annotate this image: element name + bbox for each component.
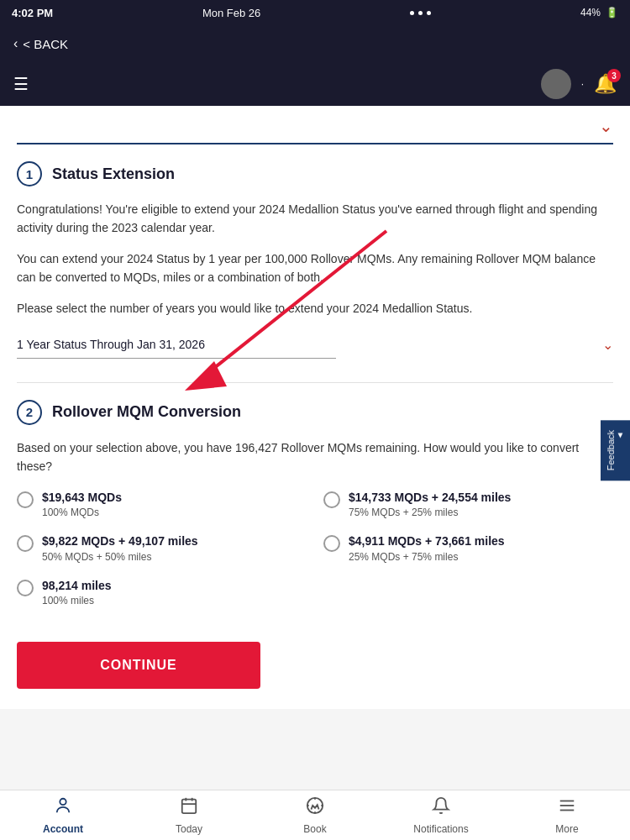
nav-book-label: Book (303, 823, 326, 835)
section1-number: 1 (17, 161, 42, 186)
avatar[interactable] (541, 69, 571, 99)
nav-more[interactable]: More (504, 790, 630, 840)
section1-header: 1 Status Extension (17, 161, 613, 186)
status-dots (410, 11, 431, 15)
radio-label-1: $19,643 MQDs 100% MQDs (42, 490, 122, 520)
radio-circle-5[interactable] (17, 580, 34, 596)
radio-label-4: $4,911 MQDs + 73,661 miles 25% MQDs + 75… (349, 533, 505, 564)
main-content: ⌄ 1 Status Extension Congratulations! Yo… (0, 106, 630, 709)
radio-circle-4[interactable] (323, 535, 340, 552)
radio-circle-3[interactable] (17, 535, 34, 552)
section1-para1: Congratulations! You're eligible to exte… (17, 200, 613, 238)
section-status-extension: 1 Status Extension Congratulations! You'… (0, 144, 630, 382)
radio-option-3[interactable]: $9,822 MQDs + 49,107 miles 50% MQDs + 50… (17, 533, 307, 564)
expand-chevron-icon: ⌄ (599, 116, 613, 136)
dropdown-chevron-icon: ⌄ (602, 337, 613, 353)
radio-main-5: 98,214 miles (42, 578, 112, 595)
notification-bell-container[interactable]: 🔔 3 (594, 73, 617, 95)
dot-separator: · (581, 78, 584, 90)
radio-main-3: $9,822 MQDs + 49,107 miles (42, 533, 198, 550)
book-icon (306, 796, 324, 820)
header-nav: ☰ · 🔔 3 (0, 62, 630, 106)
nav-account[interactable]: Account (0, 790, 126, 840)
battery-icon: 🔋 (606, 7, 618, 18)
radio-options-grid: $19,643 MQDs 100% MQDs $14,733 MQDs + 24… (17, 490, 613, 564)
radio-sub-1: 100% MQDs (42, 506, 122, 520)
section1-para3: Please select the number of years you wo… (17, 299, 613, 318)
back-bar[interactable]: ‹ < BACK (0, 25, 630, 62)
section-mqm-conversion: 2 Rollover MQM Conversion Based on your … (0, 383, 630, 625)
feedback-tab[interactable]: Feedback (601, 420, 630, 480)
radio-option-1[interactable]: $19,643 MQDs 100% MQDs (17, 490, 307, 520)
section2-title: Rollover MQM Conversion (52, 403, 241, 421)
status-extension-dropdown[interactable]: 1 Year Status Through Jan 31, 2026 (17, 331, 336, 359)
hamburger-menu[interactable]: ☰ (13, 74, 29, 94)
radio-sub-5: 100% miles (42, 594, 112, 608)
radio-label-3: $9,822 MQDs + 49,107 miles 50% MQDs + 50… (42, 533, 198, 564)
continue-button[interactable]: CONTINUE (17, 642, 260, 689)
radio-main-4: $4,911 MQDs + 73,661 miles (349, 533, 505, 550)
notifications-icon (432, 796, 450, 820)
radio-option-4[interactable]: $4,911 MQDs + 73,661 miles 25% MQDs + 75… (323, 533, 613, 564)
section1-para2: You can extend your 2024 Status by 1 yea… (17, 249, 613, 287)
radio-sub-3: 50% MQDs + 50% miles (42, 550, 198, 564)
nav-book[interactable]: Book (252, 790, 378, 840)
top-chevron-area[interactable]: ⌄ (0, 106, 630, 143)
bottom-nav: Account Today Book N (0, 790, 630, 840)
radio-option-5[interactable]: 98,214 miles 100% miles (17, 578, 613, 608)
section1-title: Status Extension (52, 165, 175, 183)
status-right: 44% 🔋 (580, 7, 618, 18)
today-icon (180, 796, 198, 820)
section2-description: Based on your selection above, you have … (17, 438, 613, 476)
status-extension-dropdown-container[interactable]: 1 Year Status Through Jan 31, 2026 ⌄ (17, 331, 613, 359)
account-icon (54, 796, 72, 820)
section2-number: 2 (17, 400, 42, 425)
nav-today[interactable]: Today (126, 790, 252, 840)
radio-sub-2: 75% MQDs + 25% miles (349, 506, 511, 520)
status-bar: 4:02 PM Mon Feb 26 44% 🔋 (0, 0, 630, 25)
nav-account-label: Account (43, 823, 83, 835)
more-icon (558, 796, 576, 820)
status-time: 4:02 PM (12, 7, 53, 19)
header-right: · 🔔 3 (541, 69, 617, 99)
radio-main-2: $14,733 MQDs + 24,554 miles (349, 490, 511, 507)
section2-header: 2 Rollover MQM Conversion (17, 400, 613, 425)
radio-main-1: $19,643 MQDs (42, 490, 122, 507)
notification-badge: 3 (607, 69, 621, 82)
back-chevron: ‹ (13, 36, 18, 51)
battery-level: 44% (580, 7, 601, 18)
status-date: Mon Feb 26 (202, 7, 260, 19)
radio-label-5: 98,214 miles 100% miles (42, 578, 112, 608)
radio-option-2[interactable]: $14,733 MQDs + 24,554 miles 75% MQDs + 2… (323, 490, 613, 520)
nav-more-label: More (555, 823, 578, 835)
nav-today-label: Today (176, 823, 202, 835)
svg-point-7 (307, 797, 323, 812)
svg-rect-3 (182, 799, 197, 813)
radio-sub-4: 25% MQDs + 75% miles (349, 550, 505, 564)
radio-circle-2[interactable] (323, 491, 340, 508)
back-label: < BACK (23, 37, 68, 51)
radio-label-2: $14,733 MQDs + 24,554 miles 75% MQDs + 2… (349, 490, 511, 520)
nav-notifications-label: Notifications (413, 823, 468, 835)
continue-section: CONTINUE (0, 625, 630, 709)
svg-point-2 (60, 798, 66, 804)
radio-circle-1[interactable] (17, 491, 34, 508)
nav-notifications[interactable]: Notifications (378, 790, 504, 840)
